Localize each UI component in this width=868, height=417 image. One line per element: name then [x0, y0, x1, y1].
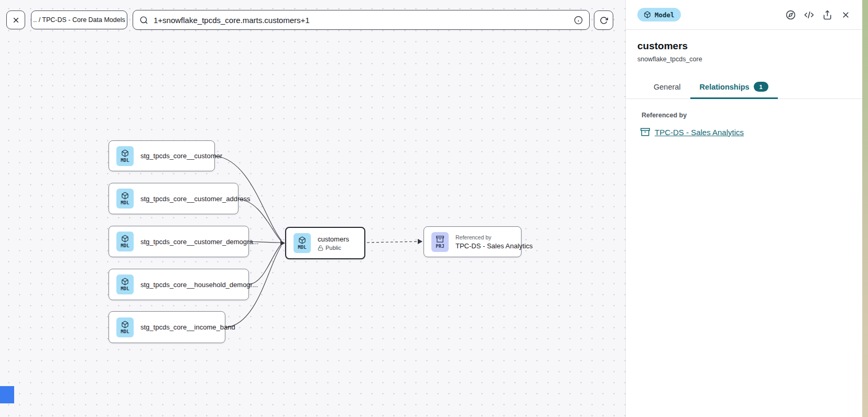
resource-type-badge: Model: [637, 8, 681, 21]
cube-icon: [121, 278, 129, 286]
badge-label: MDL: [121, 158, 129, 163]
tab-label: General: [654, 83, 681, 91]
view-code-icon[interactable]: [804, 10, 814, 20]
model-title: customers: [637, 40, 851, 52]
archive-icon: [641, 127, 650, 137]
node-label: stg_tpcds_core__income_band: [140, 323, 235, 331]
badge-label: MDL: [298, 245, 306, 250]
compass-icon: [786, 10, 796, 20]
lineage-canvas[interactable]: MDL stg_tpcds_core__customer MDL stg_tpc…: [0, 0, 625, 417]
access-label: Public: [326, 245, 341, 251]
access-indicator: Public: [318, 245, 349, 251]
cube-icon: [121, 321, 129, 328]
desktop-wallpaper-sliver: [862, 0, 868, 417]
model-type-icon: MDL: [116, 232, 134, 251]
badge-label: MDL: [121, 200, 129, 205]
node-sublabel: Referenced by: [455, 234, 533, 240]
node-label: stg_tpcds_core__customer: [140, 152, 222, 160]
close-icon: [841, 10, 851, 20]
node-label: stg_tpcds_core__household_demogr...: [140, 281, 258, 289]
node-label: stg_tpcds_core__customer_demogra...: [140, 238, 258, 246]
node-label: customers: [318, 235, 349, 243]
node-label: TPC-DS - Sales Analytics: [455, 242, 533, 250]
node-label: stg_tpcds_core__customer_address: [140, 195, 251, 203]
relationships-count-badge: 1: [754, 82, 768, 92]
share-icon: [822, 10, 832, 20]
panel-header: Model: [626, 0, 862, 30]
referenced-project-row[interactable]: TPC-DS - Sales Analytics: [626, 119, 862, 137]
model-type-icon: MDL: [116, 146, 134, 166]
lineage-node-stg-customer-address[interactable]: MDL stg_tpcds_core__customer_address: [108, 183, 238, 214]
model-type-icon: MDL: [116, 275, 134, 294]
lineage-node-referencing-project[interactable]: PRJ Referenced by TPC-DS - Sales Analyti…: [424, 226, 522, 257]
referenced-project-link[interactable]: TPC-DS - Sales Analytics: [655, 128, 744, 137]
tab-general[interactable]: General: [644, 76, 690, 98]
cube-icon: [121, 149, 129, 157]
lineage-node-stg-customer-demographics[interactable]: MDL stg_tpcds_core__customer_demogra...: [108, 226, 249, 257]
refresh-lineage-button[interactable]: [594, 10, 613, 30]
unlock-icon: [318, 245, 323, 251]
share-icon[interactable]: [822, 10, 832, 20]
lineage-node-stg-customer[interactable]: MDL stg_tpcds_core__customer: [108, 140, 215, 171]
model-package-name: snowflake_tpcds_core: [637, 56, 851, 63]
lineage-node-stg-income-band[interactable]: MDL stg_tpcds_core__income_band: [108, 311, 225, 343]
cube-icon: [121, 235, 129, 243]
lineage-node-customers-selected[interactable]: MDL customers Public: [285, 227, 365, 259]
lineage-search: [133, 10, 590, 30]
breadcrumb-label: .. / TPC-DS - Core Data Models: [33, 16, 125, 24]
close-panel-icon[interactable]: [841, 10, 851, 20]
search-input[interactable]: [154, 16, 569, 25]
code-icon: [804, 10, 814, 20]
lineage-node-stg-household-demographics[interactable]: MDL stg_tpcds_core__household_demogr...: [108, 269, 249, 300]
cube-icon: [644, 11, 651, 18]
tab-label: Relationships: [700, 83, 750, 91]
info-icon[interactable]: [574, 16, 583, 25]
close-lineage-button[interactable]: [6, 10, 25, 29]
referenced-by-section-label: Referenced by: [626, 99, 862, 119]
cube-icon: [298, 236, 306, 244]
lineage-edges: [0, 0, 625, 417]
badge-label: MDL: [121, 286, 129, 291]
badge-label: MDL: [121, 329, 129, 334]
close-icon: [12, 16, 20, 25]
bottom-left-blue-square: [0, 386, 14, 403]
model-type-icon: MDL: [294, 233, 311, 253]
panel-tabs: General Relationships 1: [626, 76, 862, 99]
badge-label: PRJ: [436, 244, 444, 249]
model-type-icon: MDL: [116, 189, 134, 208]
model-type-icon: MDL: [116, 317, 134, 337]
tab-relationships[interactable]: Relationships 1: [690, 76, 778, 98]
refresh-icon: [600, 16, 608, 25]
breadcrumb[interactable]: .. / TPC-DS - Core Data Models: [31, 10, 127, 29]
archive-icon: [436, 235, 444, 243]
cube-icon: [121, 192, 129, 200]
search-icon: [139, 16, 148, 25]
explore-lineage-icon[interactable]: [786, 10, 796, 20]
badge-label: MDL: [121, 243, 129, 248]
details-panel: Model customers snowflake_tpcds_core Gen…: [625, 0, 862, 417]
project-type-icon: PRJ: [431, 232, 449, 252]
resource-type-label: Model: [655, 11, 675, 19]
